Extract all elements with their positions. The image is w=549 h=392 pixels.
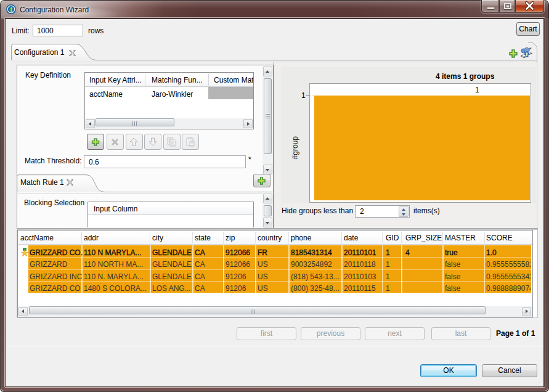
svg-text:t: t	[10, 5, 12, 14]
